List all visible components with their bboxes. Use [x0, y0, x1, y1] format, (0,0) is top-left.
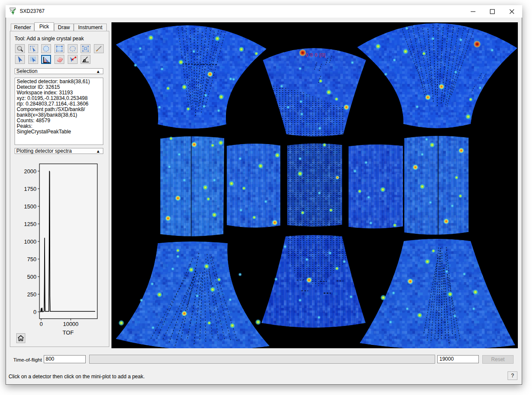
svg-text:2000: 2000	[24, 168, 36, 175]
svg-text:500: 500	[27, 274, 36, 280]
svg-text:750: 750	[27, 256, 36, 262]
svg-text:10000: 10000	[63, 321, 78, 327]
svg-text:1250: 1250	[24, 221, 36, 227]
svg-text:250: 250	[27, 291, 36, 298]
svg-text:0 0 0 [0]: 0 0 0 [0]	[306, 52, 326, 57]
svg-text:1500: 1500	[24, 203, 36, 210]
svg-text:TOF: TOF	[63, 329, 74, 336]
svg-text:0: 0	[33, 309, 36, 315]
svg-text:0: 0	[39, 321, 42, 327]
svg-text:1000: 1000	[24, 238, 36, 245]
svg-text:1750: 1750	[24, 186, 36, 192]
